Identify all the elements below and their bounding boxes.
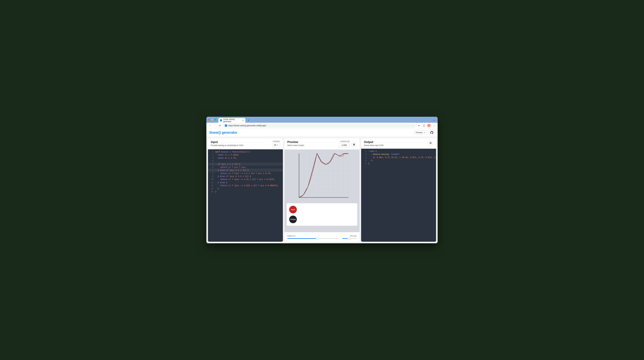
code-line: 11 } else { <box>208 181 283 184</box>
output-title: Output <box>364 141 384 144</box>
output-ball: Output <box>289 216 297 223</box>
app-header: linear() generator Presets <box>206 128 438 137</box>
code-line: 5} <box>361 162 436 165</box>
site-info-icon[interactable]: ⟋ <box>225 125 227 127</box>
duration-input[interactable] <box>339 143 350 147</box>
presets-label: Presets <box>416 131 422 134</box>
input-panel-header: Input Provide easing as JavaScript or SV… <box>208 138 283 149</box>
maximize-window-button[interactable] <box>214 119 216 121</box>
code-line: 6 return n1 * pos * pos; <box>208 166 283 169</box>
code-line: 14} <box>208 190 283 193</box>
preview-subtitle: Here's how it looks: <box>287 144 304 147</box>
presets-dropdown[interactable]: Presets <box>414 130 427 135</box>
round-slider-group: ROUND <box>342 235 357 239</box>
code-line: 1:root { <box>361 150 436 153</box>
simplify-label: SIMPLIFY <box>287 235 338 237</box>
copy-button[interactable] <box>428 141 433 146</box>
format-select[interactable]: JS <box>272 143 280 147</box>
reload-button[interactable]: ⟳ <box>218 124 222 127</box>
pause-icon <box>353 144 355 146</box>
format-value: JS <box>274 144 276 146</box>
svg-rect-0 <box>353 144 354 146</box>
duration-label: DURATION <box>339 141 350 142</box>
simplify-slider[interactable] <box>287 238 338 239</box>
tab-title: Linear easing generator <box>223 118 241 123</box>
easing-chart <box>287 152 357 201</box>
animation-demo: Input Output <box>287 203 357 226</box>
address-bar[interactable]: ⟋ https://linear-easing-generator.netlif… <box>223 124 416 128</box>
new-tab-button[interactable]: + <box>246 118 250 122</box>
code-line: 5 if (pos < 1 / d1) { <box>208 163 283 166</box>
browser-tabbar: ⟋ Linear easing generator ✕ + ⌄ <box>206 117 438 123</box>
window-controls <box>208 119 216 121</box>
simplify-slider-group: SIMPLIFY <box>287 235 338 239</box>
output-ball-label: Output <box>290 218 296 220</box>
chevron-down-icon <box>277 144 278 146</box>
code-line: 2 const n1 = 7.5625; <box>208 153 283 156</box>
play-pause-button[interactable] <box>351 142 357 147</box>
extensions-icon[interactable]: ✦ <box>417 124 421 127</box>
sliders-row: SIMPLIFY ROUND <box>284 232 360 242</box>
panels-container: Input Provide easing as JavaScript or SV… <box>206 137 438 243</box>
output-panel: Output Some shiny new CSS! 1:root {2 --b… <box>361 138 436 242</box>
code-line: 9 } else if (pos < 2.5 / d1) { <box>208 175 283 178</box>
output-panel-header: Output Some shiny new CSS! <box>361 138 436 149</box>
tabs-dropdown-button[interactable]: ⌄ <box>432 118 436 121</box>
code-line: 10 return n1 * (pos -= 2.25 / d1) * pos … <box>208 178 283 181</box>
round-label: ROUND <box>342 235 357 237</box>
input-code-editor[interactable]: 1self.bounce = function(pos) {2 const n1… <box>208 149 283 242</box>
favicon-icon: ⟋ <box>220 119 222 122</box>
format-label: FORMAT <box>272 141 280 142</box>
app-title: linear() generator <box>210 131 238 135</box>
browser-menu-button[interactable]: ⋮ <box>432 124 436 127</box>
code-line: 12 return n1 * (pos -= 2.625 / d1) * pos… <box>208 184 283 187</box>
code-line: 1self.bounce = function(pos) { <box>208 150 283 153</box>
url-text: https://linear-easing-generator.netlify.… <box>228 124 266 127</box>
chevron-down-icon <box>424 131 425 134</box>
code-line: 2 --bounce-easing: linear( <box>361 153 436 156</box>
code-line: 3 const d1 = 2.75; <box>208 157 283 160</box>
output-subtitle: Some shiny new CSS! <box>364 144 384 147</box>
preview-body: Input Output <box>284 150 360 232</box>
preview-title: Preview <box>287 141 304 144</box>
code-line: 7 } else if (pos < 2 / d1) { <box>208 169 283 172</box>
browser-tab[interactable]: ⟋ Linear easing generator ✕ <box>218 118 245 123</box>
forward-button[interactable]: → <box>213 124 217 127</box>
round-slider[interactable] <box>342 238 357 239</box>
code-line: 4 ); <box>361 159 436 162</box>
input-ball: Input <box>289 206 297 213</box>
browser-toolbar: ← → ⟳ ⟋ https://linear-easing-generator.… <box>206 123 438 128</box>
browser-window: ⟋ Linear easing generator ✕ + ⌄ ← → ⟳ ⟋ … <box>206 117 438 243</box>
preview-panel: Preview Here's how it looks: DURATION I <box>284 138 360 242</box>
github-link[interactable] <box>429 130 434 135</box>
code-line: 4 <box>208 160 283 163</box>
output-code-editor[interactable]: 1:root {2 --bounce-easing: linear(3 0, 0… <box>361 149 436 242</box>
close-tab-button[interactable]: ✕ <box>242 119 244 122</box>
profile-avatar[interactable] <box>427 124 431 127</box>
input-ball-label: Input <box>291 208 295 211</box>
simplify-thumb[interactable] <box>316 237 318 240</box>
copy-icon <box>430 142 432 144</box>
close-window-button[interactable] <box>208 119 210 121</box>
code-line: 13 } <box>208 187 283 190</box>
svg-rect-1 <box>354 144 355 146</box>
preview-panel-header: Preview Here's how it looks: DURATION <box>284 138 360 150</box>
side-panel-icon[interactable]: ◫ <box>422 124 426 127</box>
code-line: 8 return n1 * (pos -= 1.5 / d1) * pos + … <box>208 172 283 175</box>
input-subtitle: Provide easing as JavaScript or SVG <box>211 144 244 147</box>
input-panel: Input Provide easing as JavaScript or SV… <box>208 138 283 242</box>
input-title: Input <box>211 141 244 144</box>
round-thumb[interactable] <box>348 237 350 240</box>
github-icon <box>430 131 433 134</box>
code-line: 3 0, 0.063, 0.25 18.2%, 1 36.4%, 0.813, … <box>361 156 436 159</box>
minimize-window-button[interactable] <box>211 119 213 121</box>
back-button[interactable]: ← <box>208 124 212 127</box>
